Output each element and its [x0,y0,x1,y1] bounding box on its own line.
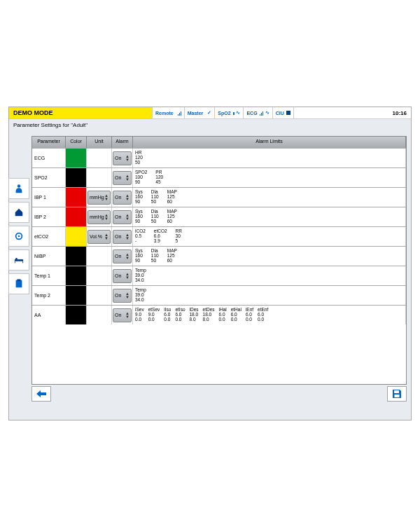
stepper[interactable]: On▲▼ [113,171,132,185]
page-title: Parameter Settings for "Adult" [9,119,411,131]
stepper[interactable]: On▲▼ [113,230,132,244]
stepper-arrows-icon: ▲▼ [125,292,130,299]
cell-alarm[interactable]: On▲▼ [112,227,133,246]
gear-icon [14,231,24,241]
cell-unit[interactable]: mmHg▲▼ [87,188,112,207]
cell-color[interactable] [66,306,87,324]
stepper-arrows-icon: ▲▼ [125,214,130,221]
sidebar-settings[interactable] [8,226,29,247]
stepper[interactable]: On▲▼ [113,151,132,165]
person-icon [14,184,24,193]
cell-color[interactable] [66,227,87,246]
stepper[interactable]: On▲▼ [113,210,132,224]
stepper-arrows-icon: ▲▼ [125,312,130,319]
stepper-arrows-icon: ▲▼ [125,273,130,280]
cell-color[interactable] [66,168,87,187]
cell-unit [87,247,112,266]
cell-limits: SPO210090PR12045 [133,168,406,187]
sidebar-clipboard[interactable] [8,273,29,294]
svg-rect-14 [395,395,400,397]
cell-color[interactable] [66,247,87,266]
color-swatch [66,306,86,324]
color-swatch [66,149,86,167]
cell-unit [87,149,112,167]
col-alarm: Alarm [112,137,133,148]
cell-parameter: NIBP [32,247,66,266]
cell-parameter: Temp 1 [32,266,66,285]
status-spo2[interactable]: SpO2 ıı ∿ [215,107,244,118]
cell-color[interactable] [66,207,87,226]
cell-parameter: IBP 2 [32,207,66,226]
table-row: NIBPOn▲▼Sys16090Dia11050MAP12560 [32,246,406,266]
color-swatch [66,286,86,305]
signal-bars-icon [260,111,263,116]
sidebar-home[interactable] [8,202,29,223]
square-icon [286,111,290,115]
top-bar: DEMO MODE Remote Master ✓ SpO2 ıı ∿ ECG … [9,107,411,119]
cell-unit [87,306,112,324]
stepper[interactable]: On▲▼ [113,249,132,264]
sidebar-bed[interactable] [8,249,29,271]
svg-rect-7 [15,259,23,261]
stepper-arrows-icon: ▲▼ [104,214,108,221]
svg-point-8 [15,258,18,260]
cell-parameter: etCO2 [32,227,66,246]
home-icon [14,207,24,217]
cell-parameter: IBP 1 [32,188,66,207]
sidebar [8,178,29,297]
stepper[interactable]: On▲▼ [113,308,132,322]
arrow-left-icon [36,390,46,397]
table-row: etCO2Vol.%▲▼On▲▼iCO20.5-etCO26.63.9RR305 [32,226,406,246]
status-ciu[interactable]: CIU [273,107,294,118]
cell-color[interactable] [66,286,87,305]
cell-alarm[interactable]: On▲▼ [112,188,133,207]
color-swatch [66,207,86,226]
cell-alarm[interactable]: On▲▼ [112,207,133,226]
cell-limits: Temp39.034.0 [133,286,406,305]
cell-alarm[interactable]: On▲▼ [112,286,133,305]
back-button[interactable] [31,386,51,402]
cell-alarm[interactable]: On▲▼ [112,149,133,167]
cell-limits: Sys16090Dia11050MAP12560 [133,247,406,266]
cell-color[interactable] [66,188,87,207]
parameter-table: Parameter Color Unit Alarm Alarm Limits … [31,136,407,385]
svg-rect-12 [17,279,20,281]
cell-limits: Temp39.034.0 [133,266,406,285]
col-color: Color [66,137,87,148]
table-row: SPO2On▲▼SPO210090PR12045 [32,167,406,187]
status-ecg[interactable]: ECG ∿ [244,107,272,118]
check-icon: ✓ [207,110,211,116]
stepper-arrows-icon: ▲▼ [104,233,108,240]
save-button[interactable] [387,386,407,402]
stepper[interactable]: mmHg▲▼ [88,191,111,205]
table-row: IBP 1mmHg▲▼On▲▼Sys16090Dia11050MAP12560 [32,187,406,207]
status-master[interactable]: Master ✓ [185,107,216,118]
cell-alarm[interactable]: On▲▼ [112,306,133,324]
cell-limits: HR12050 [133,149,406,167]
cell-unit[interactable]: Vol.%▲▼ [87,227,112,246]
svg-point-6 [18,235,20,238]
stepper[interactable]: mmHg▲▼ [88,210,111,224]
stepper[interactable]: Vol.%▲▼ [88,230,111,244]
stepper[interactable]: On▲▼ [113,289,132,303]
cell-color[interactable] [66,266,87,285]
stepper[interactable]: On▲▼ [113,191,132,205]
sidebar-patient[interactable] [8,178,29,199]
cell-color[interactable] [66,149,87,167]
status-remote[interactable]: Remote [153,107,185,118]
cell-alarm[interactable]: On▲▼ [112,168,133,187]
stepper[interactable]: On▲▼ [113,269,132,283]
svg-point-4 [18,184,20,187]
svg-rect-9 [15,261,15,264]
col-parameter: Parameter [32,137,66,148]
color-swatch [66,188,86,207]
cell-parameter: ECG [32,149,66,167]
cell-alarm[interactable]: On▲▼ [112,266,133,285]
cell-unit[interactable]: mmHg▲▼ [87,207,112,226]
stepper-arrows-icon: ▲▼ [104,194,108,201]
cell-unit [87,266,112,285]
cell-parameter: SPO2 [32,168,66,187]
demo-mode-banner: DEMO MODE [9,107,153,118]
clipboard-icon [14,279,24,289]
cell-alarm[interactable]: On▲▼ [112,247,133,266]
